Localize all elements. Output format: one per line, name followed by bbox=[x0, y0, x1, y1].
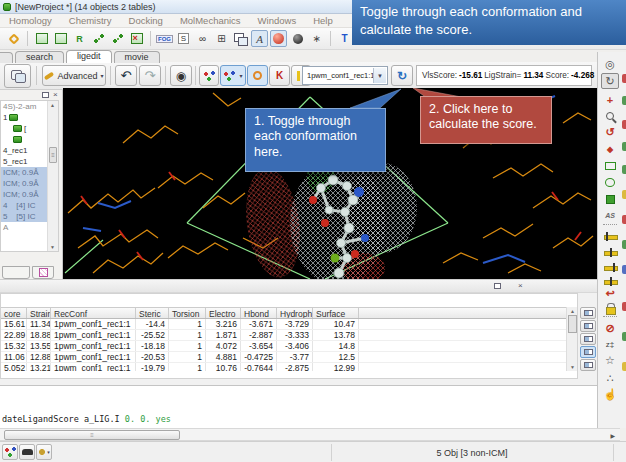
scroll-down-icon[interactable]: ▼ bbox=[50, 244, 55, 250]
table-view-button-2[interactable] bbox=[580, 320, 596, 332]
scroll-up-icon[interactable]: ▲ bbox=[50, 102, 55, 108]
table-view-button-3[interactable] bbox=[580, 333, 596, 345]
edit-ligand-button[interactable] bbox=[199, 65, 219, 86]
tree-scrollbar[interactable]: ▲ ≡ ▼ bbox=[47, 101, 58, 251]
ligand-tools-button[interactable]: ▾ bbox=[220, 65, 246, 86]
table-row[interactable]: 15.3213.551pwm_conf1_rec1:1-18.1814.072-… bbox=[1, 341, 566, 352]
scroll-thumb[interactable] bbox=[568, 315, 577, 333]
slide-tool-button[interactable] bbox=[5, 30, 22, 47]
col-hbond[interactable]: Hbond bbox=[241, 308, 277, 318]
minimize-ligand-button[interactable]: K bbox=[269, 65, 290, 86]
col-hydroph[interactable]: Hydroph bbox=[277, 308, 313, 318]
status-atoms-button[interactable] bbox=[2, 444, 18, 460]
table-view-button-5[interactable] bbox=[580, 359, 596, 371]
center-ligand-button[interactable]: ◉ bbox=[170, 65, 192, 86]
scroll-thumb[interactable]: ≡ bbox=[4, 430, 180, 440]
status-mouse-button[interactable] bbox=[19, 444, 35, 460]
table-scrollbar[interactable]: ▲ ▼ bbox=[566, 307, 578, 371]
close-panel-icon[interactable]: × bbox=[53, 92, 58, 98]
menu-chemistry[interactable]: Chemistry bbox=[69, 15, 112, 26]
r-tool-button[interactable]: R bbox=[71, 30, 88, 47]
graphics-3d-view[interactable]: 1. Toggle through each conformation here… bbox=[63, 88, 597, 279]
center-view-button[interactable]: ◎ bbox=[601, 56, 619, 72]
menu-windows[interactable]: Windows bbox=[258, 15, 297, 26]
slider-tool-1-button[interactable] bbox=[601, 228, 619, 244]
combo-arrow-icon[interactable]: ▼ bbox=[373, 68, 386, 83]
scroll-up-icon[interactable]: ▲ bbox=[570, 308, 575, 314]
select-rectangle-button[interactable] bbox=[601, 158, 619, 174]
float-panel-icon[interactable] bbox=[42, 92, 49, 98]
command-console[interactable]: dateLigandScore a_LIG.I 0. 0. yes dLoad4… bbox=[0, 385, 597, 428]
grab-tool-button[interactable]: ☝ bbox=[601, 386, 619, 402]
scroll-right-icon[interactable]: ▶ bbox=[610, 432, 615, 439]
cascade-windows-button[interactable] bbox=[232, 30, 249, 47]
fog-toggle-button[interactable]: FOG bbox=[156, 30, 173, 47]
close-panel-icon[interactable]: × bbox=[518, 283, 523, 289]
split-view-button[interactable]: ⊞ bbox=[213, 30, 230, 47]
antialias-text-button[interactable]: A bbox=[251, 30, 268, 47]
menu-molmechanics[interactable]: MolMechanics bbox=[180, 15, 241, 26]
table-view-button-1[interactable] bbox=[580, 307, 596, 319]
lock-button[interactable] bbox=[601, 300, 619, 316]
sideview-toggle-button[interactable]: S bbox=[175, 30, 192, 47]
redo-button[interactable]: ↷ bbox=[139, 65, 161, 86]
table-row[interactable]: 5.05213.211pwm_conf1_rec1:1-19.79110.76-… bbox=[1, 363, 566, 371]
float-panel-icon[interactable] bbox=[494, 283, 501, 289]
col-recconf[interactable]: RecConf bbox=[51, 308, 136, 318]
tab-movie[interactable]: movie bbox=[114, 51, 160, 63]
copy-table-button[interactable] bbox=[52, 30, 69, 47]
workspace-tab-1[interactable] bbox=[2, 266, 30, 279]
table-row[interactable]: 15.6111.341pwm_conf1_rec1:1-14.413.216-3… bbox=[1, 319, 566, 330]
status-tools-button[interactable]: ▾ bbox=[36, 444, 52, 460]
workspace-tab-tables[interactable] bbox=[32, 266, 54, 279]
dark-background-button[interactable] bbox=[289, 30, 306, 47]
clip-plane-button[interactable]: z‡ bbox=[601, 336, 619, 352]
table-view-button-4[interactable] bbox=[580, 346, 596, 358]
effects-wand-button[interactable]: ∗ bbox=[308, 30, 325, 47]
conformation-select[interactable]: 1pwm_conf1_rec1:1 ▼ bbox=[302, 66, 388, 85]
undo-button[interactable]: ↶ bbox=[115, 65, 137, 86]
effects-button[interactable]: ☆ bbox=[601, 352, 619, 368]
menu-help[interactable]: Help bbox=[313, 15, 333, 26]
col-torsion[interactable]: Torsion bbox=[169, 308, 206, 318]
table-row[interactable]: 11.0612.881pwm_conf1_rec1:1-20.5314.881-… bbox=[1, 352, 566, 363]
pocket-surface-button[interactable] bbox=[247, 65, 268, 86]
rotate-tool-button[interactable]: ↻ bbox=[601, 73, 619, 89]
select-lasso-button[interactable] bbox=[601, 174, 619, 190]
delete-table-button[interactable]: × bbox=[128, 30, 145, 47]
col-surface[interactable]: Surface bbox=[313, 308, 359, 318]
col-strain[interactable]: Strain bbox=[27, 308, 51, 318]
hide-hydrogens-button[interactable]: ⊘ bbox=[601, 320, 619, 336]
col-score[interactable]: core bbox=[1, 308, 27, 318]
col-electro[interactable]: Electro bbox=[206, 308, 241, 318]
zoom-tool-button[interactable] bbox=[601, 108, 619, 124]
fog-depth-button[interactable]: ∴ bbox=[601, 370, 619, 386]
table-row[interactable]: 22.8918.881pwm_conf1_rec1:1-25.5211.871-… bbox=[1, 330, 566, 341]
col-steric[interactable]: Steric bbox=[136, 308, 169, 318]
menu-docking[interactable]: Docking bbox=[129, 15, 163, 26]
plot-tool-button[interactable] bbox=[90, 30, 107, 47]
select-all-button[interactable] bbox=[601, 191, 619, 207]
duplicate-view-button[interactable] bbox=[4, 64, 31, 88]
slider-tool-2-button[interactable] bbox=[601, 244, 619, 260]
tab-stub[interactable] bbox=[0, 52, 13, 63]
menu-homology[interactable]: Homology bbox=[9, 15, 52, 26]
cluster-tool-button[interactable] bbox=[109, 30, 126, 47]
undisplay-button[interactable]: ↩ bbox=[601, 285, 619, 301]
tab-search[interactable]: search bbox=[15, 51, 64, 63]
calculate-score-button[interactable]: ↻ bbox=[391, 65, 413, 86]
label-tool-button[interactable]: AS bbox=[601, 207, 619, 223]
advanced-button[interactable]: Advanced ▾ bbox=[42, 65, 106, 86]
twist-tool-button[interactable]: ↺ bbox=[601, 124, 619, 140]
scroll-thumb[interactable]: ≡ bbox=[49, 147, 57, 163]
pick-tool-button[interactable]: ◆ bbox=[601, 141, 619, 157]
shiny-display-button[interactable] bbox=[270, 30, 287, 47]
stereo-toggle-button[interactable]: ∞ bbox=[194, 30, 211, 47]
scroll-down-icon[interactable]: ▼ bbox=[570, 364, 575, 370]
tab-ligedit[interactable]: ligedit bbox=[66, 50, 112, 63]
score-table-panel: × core Strain RecConf Steric Torsion Ele… bbox=[0, 279, 597, 385]
insert-table-button[interactable] bbox=[33, 30, 50, 47]
horizontal-scrollbar[interactable]: ≡ ▶ bbox=[0, 428, 620, 441]
translate-tool-button[interactable]: + bbox=[601, 92, 619, 108]
display-style-1-button[interactable]: T bbox=[336, 30, 353, 47]
